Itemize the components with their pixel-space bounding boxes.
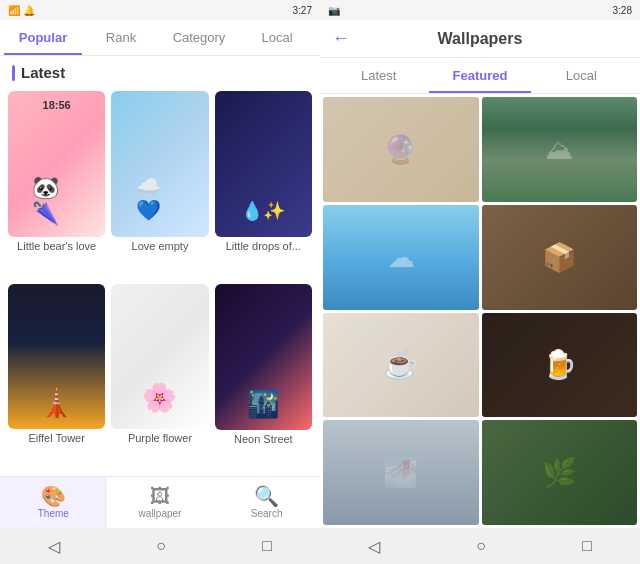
- status-bar-right: 📷 3:28: [320, 0, 640, 20]
- wallpaper-item-8[interactable]: 🌿: [482, 420, 638, 525]
- theme-label-neon: Neon Street: [215, 433, 312, 447]
- section-latest: Latest: [0, 56, 320, 85]
- right-panel: 📷 3:28 ← Wallpapers Latest Featured Loca…: [320, 0, 640, 564]
- wallpaper-icon: 🖼: [150, 486, 170, 506]
- theme-label-love: Love empty: [111, 240, 208, 254]
- wallpaper-tabs: Latest Featured Local: [320, 58, 640, 94]
- nav-wallpaper-label: wallpaper: [139, 508, 182, 519]
- tab-rank[interactable]: Rank: [82, 20, 160, 55]
- status-time-right: 3:28: [613, 5, 632, 16]
- status-bar-left: 📶 🔔 3:27: [0, 0, 320, 20]
- wallpaper-grid: 🔮 ⛰ ☁ 📦 ☕ 🍺 🌁 🌿: [320, 94, 640, 528]
- wallpapers-title: Wallpapers: [362, 30, 598, 48]
- status-icons-left: 📶 🔔: [8, 5, 35, 16]
- wallpapers-header: ← Wallpapers: [320, 20, 640, 58]
- wallpaper-item-5[interactable]: ☕: [323, 313, 479, 418]
- theme-item-drops[interactable]: Little drops of...: [215, 91, 312, 278]
- status-time-left: 3:27: [293, 5, 312, 16]
- wallpaper-item-4[interactable]: 📦: [482, 205, 638, 310]
- status-icons-right: 📷: [328, 5, 340, 16]
- recents-sys-btn-right[interactable]: □: [562, 533, 612, 559]
- theme-item-flower[interactable]: Purple flower: [111, 284, 208, 471]
- back-sys-btn-right[interactable]: ◁: [348, 533, 400, 560]
- main-tabs: Popular Rank Category Local: [0, 20, 320, 56]
- theme-item-love[interactable]: Love empty: [111, 91, 208, 278]
- nav-wallpaper[interactable]: 🖼 wallpaper: [107, 477, 214, 528]
- tab-featured[interactable]: Featured: [429, 58, 530, 93]
- nav-theme-label: Theme: [38, 508, 69, 519]
- wallpaper-item-2[interactable]: ⛰: [482, 97, 638, 202]
- left-panel: 📶 🔔 3:27 Popular Rank Category Local Lat…: [0, 0, 320, 564]
- theme-item-neon[interactable]: Neon Street: [215, 284, 312, 471]
- themes-grid: Little bear's love Love empty Little dro…: [0, 85, 320, 476]
- tab-category[interactable]: Category: [160, 20, 238, 55]
- sys-nav-right: ◁ ○ □: [320, 528, 640, 564]
- theme-item-eiffel[interactable]: Eiffel Tower: [8, 284, 105, 471]
- theme-item-bears[interactable]: Little bear's love: [8, 91, 105, 278]
- nav-search-label: Search: [251, 508, 283, 519]
- home-sys-btn-right[interactable]: ○: [456, 533, 506, 559]
- tab-local[interactable]: Local: [238, 20, 316, 55]
- theme-label-drops: Little drops of...: [215, 240, 312, 254]
- back-sys-btn-left[interactable]: ◁: [28, 533, 80, 560]
- wallpaper-item-3[interactable]: ☁: [323, 205, 479, 310]
- tab-local-wall[interactable]: Local: [531, 58, 632, 93]
- theme-label-flower: Purple flower: [111, 432, 208, 446]
- sys-nav-left: ◁ ○ □: [0, 528, 320, 564]
- bottom-nav: 🎨 Theme 🖼 wallpaper 🔍 Search: [0, 476, 320, 528]
- tab-latest[interactable]: Latest: [328, 58, 429, 93]
- nav-search[interactable]: 🔍 Search: [213, 477, 320, 528]
- theme-icon: 🎨: [41, 486, 66, 506]
- wallpaper-item-1[interactable]: 🔮: [323, 97, 479, 202]
- theme-thumb-neon: [215, 284, 312, 430]
- theme-thumb-bears: [8, 91, 105, 237]
- theme-thumb-drops: [215, 91, 312, 237]
- wallpaper-item-7[interactable]: 🌁: [323, 420, 479, 525]
- home-sys-btn-left[interactable]: ○: [136, 533, 186, 559]
- theme-label-eiffel: Eiffel Tower: [8, 432, 105, 446]
- theme-thumb-eiffel: [8, 284, 105, 430]
- time-left: 3:27: [293, 5, 312, 16]
- time-right: 3:28: [613, 5, 632, 16]
- recents-sys-btn-left[interactable]: □: [242, 533, 292, 559]
- theme-thumb-love: [111, 91, 208, 237]
- theme-label-bears: Little bear's love: [8, 240, 105, 254]
- back-button[interactable]: ←: [332, 28, 350, 49]
- theme-thumb-flower: [111, 284, 208, 430]
- tab-popular[interactable]: Popular: [4, 20, 82, 55]
- wallpaper-item-6[interactable]: 🍺: [482, 313, 638, 418]
- nav-theme[interactable]: 🎨 Theme: [0, 477, 107, 528]
- search-icon: 🔍: [254, 486, 279, 506]
